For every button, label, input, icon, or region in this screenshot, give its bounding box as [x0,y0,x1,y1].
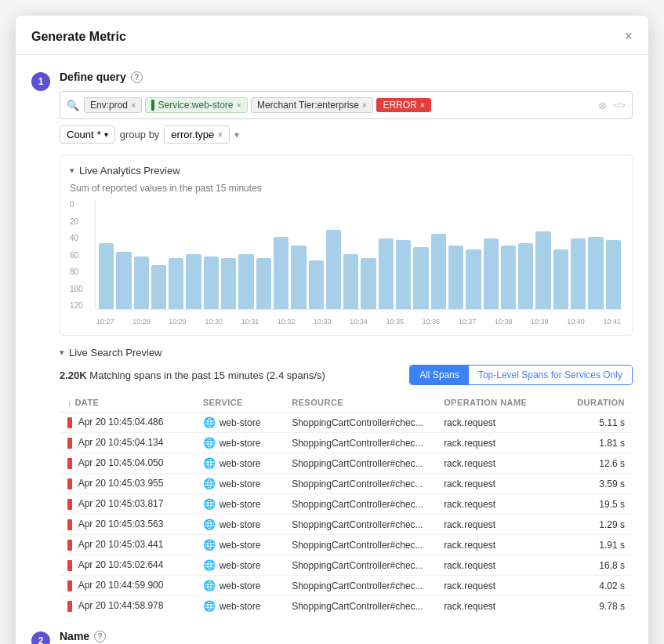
analytics-toggle[interactable]: ▾ Live Analytics Preview [70,165,622,176]
globe-icon: 🌐 [203,457,216,469]
chart-x-label: 10:34 [350,318,368,326]
cell-date: Apr 20 10:45:03.441 [60,535,195,555]
status-indicator [67,580,72,591]
table-row: Apr 20 10:45:04.486 🌐 web-store Shopping… [60,413,633,433]
chart-bar [326,230,341,309]
search-bar-actions: ⊗ </> [598,100,626,111]
service-bar-icon [151,100,154,111]
status-indicator [67,519,72,530]
col-service: SERVICE [195,393,285,413]
tab-all-spans[interactable]: All Spans [410,366,469,384]
cell-resource: ShoppingCartController#chec... [284,494,436,515]
chart-x-label: 10:36 [423,318,441,326]
step2-help-icon[interactable]: ? [94,631,106,642]
step2-circle: 2 [31,631,50,644]
chart-bar [484,238,499,309]
group-by-chevron[interactable]: ▾ [234,129,239,140]
group-by-close[interactable]: × [217,129,223,140]
cell-service: 🌐 web-store [195,596,285,617]
status-indicator [67,540,72,551]
table-row: Apr 20 10:45:03.441 🌐 web-store Shopping… [60,535,633,555]
cell-date: Apr 20 10:45:03.817 [60,494,195,515]
cell-service: 🌐 web-store [195,555,285,576]
cell-operation: rack.request [436,535,556,555]
tag-error[interactable]: ERROR × [376,98,431,112]
chart-x-label: 10:39 [531,318,549,326]
code-icon[interactable]: </> [613,100,626,110]
tag-service-close[interactable]: × [237,100,241,110]
step1-help-icon[interactable]: ? [131,71,143,83]
cell-operation: rack.request [436,413,556,433]
tag-env[interactable]: Env:prod × [84,97,142,113]
modal-header: Generate Metric × [16,16,648,55]
cell-service: 🌐 web-store [195,515,285,535]
chart-x-label: 10:40 [567,318,585,326]
cell-operation: rack.request [436,515,556,535]
chart-bar [204,257,219,310]
cell-duration: 16.8 s [556,555,633,576]
analytics-preview-section: ▾ Live Analytics Preview Sum of reported… [60,155,633,336]
globe-icon: 🌐 [203,518,216,530]
cell-operation: rack.request [436,453,556,474]
chart-bar [466,249,481,310]
cell-resource: ShoppingCartController#chec... [284,535,436,555]
search-chevron: ▾ [60,347,64,358]
analytics-sum-label: Sum of reported values in the past 15 mi… [70,183,622,194]
chart-x-labels: 10:2710:2810:2910:3010:3110:3210:3310:34… [95,318,622,326]
globe-icon: 🌐 [203,437,216,449]
col-operation: OPERATION NAME [436,393,556,413]
cell-date: Apr 20 10:45:02.644 [60,555,195,576]
cell-duration: 1.91 s [556,535,633,555]
chart-x-label: 10:37 [459,318,477,326]
status-indicator [67,478,72,489]
filter-row: Count * ▾ group by error.type × ▾ [60,126,633,144]
table-row: Apr 20 10:45:03.817 🌐 web-store Shopping… [60,494,633,515]
cell-service: 🌐 web-store [195,494,285,515]
clear-search-icon[interactable]: ⊗ [598,100,607,111]
col-duration: DURATION [556,393,633,413]
close-button[interactable]: × [624,28,633,45]
cell-date: Apr 20 10:44:58.978 [60,596,195,617]
tag-env-close[interactable]: × [131,100,136,110]
globe-icon: 🌐 [203,498,216,510]
search-bar[interactable]: 🔍 Env:prod × Service:web-store × Merchan… [60,91,633,119]
cell-duration: 4.02 s [556,576,633,596]
tag-error-close[interactable]: × [420,100,425,110]
step1-row: 1 Define query ? 🔍 Env:prod × Service:we… [31,71,633,616]
cell-duration: 9.78 s [556,596,633,617]
count-select[interactable]: Count * ▾ [60,126,115,144]
cell-duration: 5.11 s [556,413,633,433]
chart-y-labels: 120 100 80 60 40 20 0 [70,200,92,310]
chart-bar [518,243,533,309]
cell-duration: 3.59 s [556,474,633,494]
status-indicator [67,458,72,469]
cell-operation: rack.request [436,555,556,576]
cell-date: Apr 20 10:45:03.955 [60,474,195,494]
table-row: Apr 20 10:45:03.563 🌐 web-store Shopping… [60,515,633,535]
cell-duration: 12.6 s [556,453,633,474]
search-toggle[interactable]: ▾ Live Search Preview [60,347,633,358]
analytics-toggle-label: Live Analytics Preview [79,165,180,176]
group-by-tag[interactable]: error.type × [164,126,230,144]
chart-x-label: 10:27 [96,318,114,326]
chart-bar [606,240,621,309]
tag-merchant[interactable]: Merchant Tier:enterprise × [251,97,374,113]
status-indicator [67,499,72,510]
chart-x-label: 10:32 [278,318,296,326]
chart-bar [413,247,428,309]
tag-merchant-close[interactable]: × [362,100,367,110]
cell-operation: rack.request [436,596,556,617]
tag-service[interactable]: Service:web-store × [145,97,247,113]
cell-date: Apr 20 10:45:04.486 [60,413,195,433]
tab-top-level[interactable]: Top-Level Spans for Services Only [469,366,632,384]
cell-duration: 1.29 s [556,515,633,535]
table-body: Apr 20 10:45:04.486 🌐 web-store Shopping… [60,413,633,617]
chart-x-label: 10:41 [603,318,621,326]
count-star: * [97,129,101,140]
match-text: Matching spans in the past 15 minutes (2… [89,369,325,381]
search-icon: 🔍 [67,100,79,111]
search-toggle-label: Live Search Preview [69,347,162,358]
chart-x-label: 10:35 [386,318,404,326]
col-resource: RESOURCE [284,393,436,413]
group-by-label: group by [120,129,160,140]
